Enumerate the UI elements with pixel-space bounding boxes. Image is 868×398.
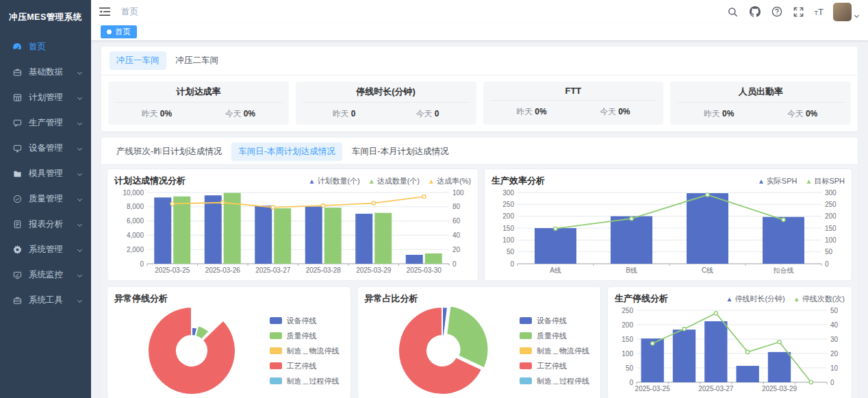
sidebar-item-base-data[interactable]: 基础数据 [0,60,91,85]
tab-month-plan[interactable]: 车间日-本月计划达成情况 [345,142,456,161]
sidebar-item-monitoring[interactable]: 系统监控 [0,262,91,288]
system-icon [12,245,22,255]
legend-item[interactable]: 设备停线 [270,316,340,326]
kpi-today-value: 0% [244,109,255,119]
sidebar-item-system[interactable]: 系统管理 [0,237,91,262]
chevron-down-icon [77,247,82,252]
legend-swatch [520,377,532,384]
legend-swatch [520,332,532,339]
abnormal-downtime-donut[interactable] [140,305,243,397]
top-navbar: 首页 TT [91,0,868,23]
svg-text:B线: B线 [626,266,637,274]
legend-item[interactable]: 制造＿过程停线 [270,376,340,386]
tab-workshop-2[interactable]: 冲压二车间 [169,51,226,70]
kpi-title: 计划达成率 [115,86,282,103]
tools-icon [12,296,22,306]
legend-triangle-icon: ▲ [309,177,316,185]
user-menu[interactable] [833,3,858,21]
legend-item[interactable]: 制造＿物流停线 [270,346,340,356]
github-icon[interactable] [749,5,761,18]
font-size-icon[interactable]: TT [815,7,824,17]
svg-text:150: 150 [622,336,633,343]
legend-item[interactable]: ▲达成数量(个) [368,176,420,186]
svg-text:200: 200 [825,212,837,220]
legend-label: 制造＿过程停线 [287,376,340,386]
sidebar-item-quality[interactable]: 质量管理 [0,186,91,212]
svg-text:20: 20 [452,246,461,253]
tab-workshop-1[interactable]: 冲压一车间 [110,51,166,70]
legend-item[interactable]: 质量停线 [270,331,340,341]
search-icon[interactable] [727,5,739,18]
kpi-card-plan-rate: 计划达成率 昨天0% 今天0% [108,82,289,125]
chart-legend[interactable]: ▲停线时长(分钟)▲停线次数(次) [726,294,845,304]
help-icon[interactable] [771,5,783,18]
legend-item[interactable]: 工艺停线 [270,361,340,371]
chart-title: 异常占比分析 [365,293,418,305]
equipment-icon [12,144,22,153]
svg-text:100: 100 [502,236,514,244]
chart-legend[interactable]: ▲计划数量(个)▲达成数量(个)▲达成率(%) [309,176,471,186]
chevron-down-icon [77,171,82,176]
sidebar-item-plan[interactable]: 计划管理 [0,85,91,110]
legend-label: 工艺停线 [287,361,317,371]
kpi-today-value: 0 [435,109,439,119]
tab-yesterday-plan[interactable]: 产线班次-昨日计划达成情况 [110,142,229,161]
chart-legend[interactable]: 设备停线质量停线制造＿物流停线工艺停线制造＿过程停线 [520,316,589,386]
chart-plan-achievement: 计划达成情况分析 ▲计划数量(个)▲达成数量(个)▲达成率(%) 002,000… [107,169,478,281]
avatar[interactable] [833,3,852,21]
kpi-today-label: 今天 [600,107,616,116]
sidebar-item-label: 生产管理 [29,117,78,129]
svg-text:2025-03-28: 2025-03-28 [306,266,342,274]
sidebar-item-label: 首页 [29,41,84,53]
fullscreen-icon[interactable] [793,5,805,18]
dashboard-icon [12,42,22,52]
mold-icon [12,169,22,179]
legend-swatch [270,377,282,384]
production-downtime-chart[interactable]: 005010100201503020040250502025-03-252025… [615,305,845,394]
production-efficiency-chart[interactable]: 005050100100150150200200250250300300A线B线… [492,187,845,275]
legend-item[interactable]: 质量停线 [520,331,589,341]
kpi-title: FTT [490,86,657,101]
legend-item[interactable]: ▲停线时长(分钟) [726,294,785,304]
legend-item[interactable]: 制造＿物流停线 [520,346,589,356]
legend-item[interactable]: 制造＿过程停线 [520,376,589,386]
svg-text:扣合线: 扣合线 [773,266,794,274]
legend-swatch [520,317,532,324]
sidebar-item-report[interactable]: 报表分析 [0,212,91,237]
legend-item[interactable]: 设备停线 [520,316,589,326]
sidebar-item-home[interactable]: 首页 [0,34,91,60]
sidebar-item-production[interactable]: 生产管理 [0,110,91,136]
svg-text:150: 150 [825,225,837,232]
svg-text:8,000: 8,000 [127,203,144,210]
sidebar-item-equipment[interactable]: 设备管理 [0,136,91,161]
svg-text:A线: A线 [550,266,561,274]
abnormal-ratio-donut[interactable] [391,305,494,397]
kpi-panel: 冲压一车间 冲压二车间 计划达成率 昨天0% 今天0% 停线时长(分钟) 昨天0… [101,47,858,132]
legend-item[interactable]: ▲停线次数(次) [793,294,845,304]
legend-item[interactable]: ▲计划数量(个) [309,176,360,186]
chart-title: 生产效率分析 [492,175,545,187]
tab-week-plan[interactable]: 车间日-本周计划达成情况 [231,142,342,161]
svg-text:30: 30 [830,336,839,343]
active-dot [107,29,112,34]
chevron-down-icon [77,222,82,227]
hamburger-icon[interactable] [99,6,112,17]
svg-text:0: 0 [140,260,144,268]
chevron-down-icon [77,121,82,125]
kpi-yesterday-value: 0% [535,107,546,116]
legend-swatch [520,347,532,354]
kpi-yesterday-label: 昨天 [142,109,158,119]
chart-legend[interactable]: 设备停线质量停线制造＿物流停线工艺停线制造＿过程停线 [270,316,340,386]
tag-home[interactable]: 首页 [101,25,137,38]
breadcrumb[interactable]: 首页 [121,6,138,18]
sidebar-item-tools[interactable]: 系统工具 [0,288,91,313]
legend-item[interactable]: ▲达成率(%) [428,176,471,186]
chart-legend[interactable]: ▲实际SPH▲目标SPH [758,176,845,186]
legend-item[interactable]: ▲目标SPH [805,176,845,186]
kpi-today-label: 今天 [787,109,804,119]
plan-achievement-chart[interactable]: 002,000204,000406,000608,0008010,0001002… [114,187,471,275]
legend-item[interactable]: 工艺停线 [520,361,589,371]
svg-text:50: 50 [830,307,839,314]
sidebar-item-mold[interactable]: 模具管理 [0,161,91,186]
legend-item[interactable]: ▲实际SPH [758,176,797,186]
